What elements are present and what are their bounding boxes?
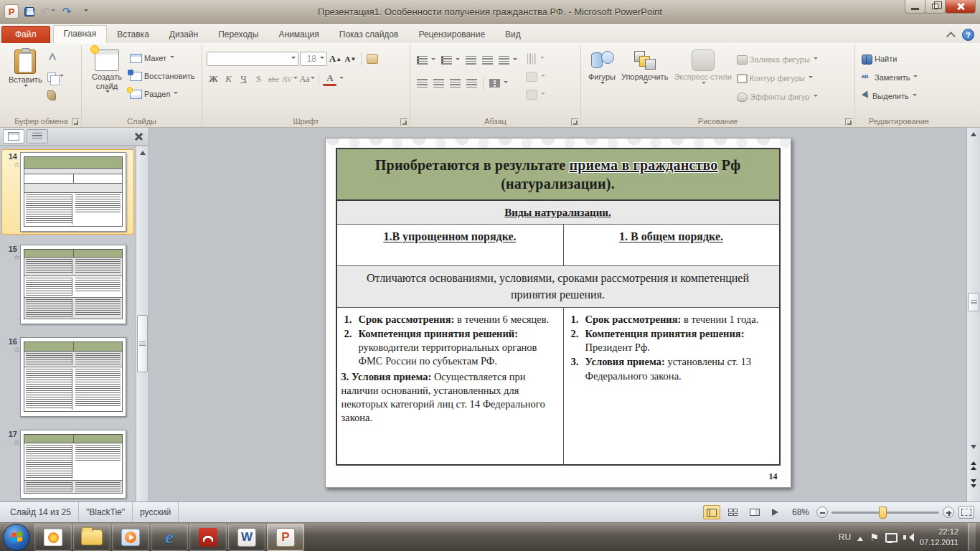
language-indicator[interactable]: русский bbox=[133, 502, 179, 522]
taskbar-adobe-reader-button[interactable] bbox=[189, 524, 227, 551]
find-button[interactable]: Найти bbox=[859, 51, 938, 67]
clipboard-dialog-launcher-icon[interactable] bbox=[72, 118, 79, 126]
tab-animations[interactable]: Анимация bbox=[268, 27, 329, 43]
tab-transitions[interactable]: Переходы bbox=[208, 27, 268, 43]
format-painter-button[interactable] bbox=[45, 88, 66, 103]
restore-button[interactable] bbox=[925, 0, 946, 14]
paragraph-dialog-launcher-icon[interactable] bbox=[571, 118, 578, 126]
close-panel-button[interactable] bbox=[131, 129, 146, 143]
text-shadow-button[interactable]: S bbox=[252, 72, 265, 86]
slide-sorter-view-button[interactable] bbox=[725, 505, 742, 519]
minimize-ribbon-button[interactable] bbox=[945, 30, 956, 40]
shape-outline-button[interactable]: Контур фигуры bbox=[735, 70, 820, 86]
fit-slide-to-window-button[interactable] bbox=[958, 506, 974, 519]
help-button[interactable]: ? bbox=[962, 29, 974, 41]
next-slide-button[interactable] bbox=[968, 478, 979, 490]
zoom-in-button[interactable] bbox=[943, 507, 954, 518]
volume-icon[interactable] bbox=[903, 533, 913, 542]
middle-row[interactable]: Отличаются основаниями, условиями, срока… bbox=[337, 266, 779, 308]
panel-scroll-up-button[interactable] bbox=[137, 146, 148, 159]
align-right-button[interactable] bbox=[448, 75, 463, 91]
taskbar-word-button[interactable]: W bbox=[228, 524, 265, 551]
arrange-button[interactable]: Упорядочить bbox=[618, 47, 671, 105]
network-icon[interactable] bbox=[885, 533, 897, 542]
columns-button[interactable] bbox=[487, 75, 510, 91]
slide-counter[interactable]: Слайд 14 из 25 bbox=[3, 502, 79, 522]
thumbnail-slide-16[interactable]: 16 ☆ bbox=[1, 334, 134, 420]
thumbnail-slide-14[interactable]: 14 ☆ bbox=[1, 149, 134, 235]
zoom-slider[interactable] bbox=[831, 512, 939, 514]
main-scrollbar[interactable] bbox=[966, 128, 980, 501]
zoom-out-button[interactable] bbox=[816, 507, 828, 518]
taskbar-powerpoint-button[interactable]: P bbox=[267, 524, 304, 551]
slideshow-view-button[interactable] bbox=[768, 505, 785, 519]
tab-design[interactable]: Дизайн bbox=[159, 27, 208, 43]
panel-scrollbar-thumb[interactable] bbox=[137, 315, 148, 372]
bold-button[interactable]: Ж bbox=[207, 72, 220, 86]
paste-button[interactable]: Вставить bbox=[6, 47, 45, 103]
strikethrough-button[interactable]: abc bbox=[267, 72, 281, 86]
tab-file[interactable]: Файл bbox=[1, 26, 50, 43]
section-button[interactable]: Раздел bbox=[128, 86, 197, 102]
slide[interactable]: Приобретаются в результате приема в граж… bbox=[325, 138, 791, 488]
language-switcher[interactable]: RU bbox=[839, 532, 851, 542]
taskbar-media-player-button[interactable] bbox=[112, 524, 149, 551]
zoom-level[interactable]: 68% bbox=[792, 507, 809, 517]
start-button[interactable] bbox=[3, 524, 30, 551]
tab-review[interactable]: Рецензирование bbox=[408, 27, 495, 43]
slide-table[interactable]: Приобретаются в результате приема в граж… bbox=[336, 148, 781, 466]
justify-button[interactable] bbox=[464, 75, 479, 91]
column1-header[interactable]: 1.В упрощенном порядке. bbox=[337, 225, 564, 265]
italic-button[interactable]: К bbox=[222, 72, 235, 86]
cut-button[interactable] bbox=[45, 50, 66, 66]
change-case-button[interactable]: Aa bbox=[299, 72, 315, 86]
character-spacing-button[interactable]: AV bbox=[282, 72, 298, 86]
scrollbar-thumb[interactable] bbox=[968, 293, 979, 311]
slide-canvas[interactable]: Приобретаются в результате приема в граж… bbox=[149, 128, 966, 501]
show-desktop-button[interactable] bbox=[968, 523, 976, 551]
align-left-button[interactable] bbox=[415, 75, 430, 91]
thumbnail-slide-15[interactable]: 15 ☆ bbox=[1, 242, 134, 327]
decrease-indent-button[interactable] bbox=[463, 52, 479, 68]
reading-view-button[interactable] bbox=[746, 505, 763, 519]
tab-view[interactable]: Вид bbox=[495, 27, 531, 43]
align-text-button[interactable] bbox=[524, 69, 547, 85]
tab-home[interactable]: Главная bbox=[53, 25, 108, 43]
column-headers-row[interactable]: 1.В упрощенном порядке. 1. В общем поряд… bbox=[337, 225, 779, 266]
line-spacing-button[interactable] bbox=[496, 52, 519, 68]
animation-star-icon[interactable]: ☆ bbox=[4, 346, 20, 354]
increase-indent-button[interactable] bbox=[480, 52, 495, 68]
font-name-combobox[interactable] bbox=[207, 52, 298, 66]
panel-scrollbar[interactable] bbox=[136, 146, 149, 501]
minimize-button[interactable] bbox=[905, 0, 925, 14]
font-dialog-launcher-icon[interactable] bbox=[400, 118, 407, 126]
shapes-button[interactable]: Фигуры bbox=[585, 47, 618, 105]
clock[interactable]: 22:12 07.12.2011 bbox=[920, 527, 958, 548]
font-size-combobox[interactable]: 18 bbox=[300, 52, 327, 66]
tab-slides-thumbnails[interactable] bbox=[3, 129, 24, 143]
underline-button[interactable]: Ч bbox=[237, 72, 250, 86]
animation-star-icon[interactable]: ☆ bbox=[4, 161, 20, 169]
tab-slideshow[interactable]: Показ слайдов bbox=[329, 27, 409, 43]
taskbar-photo-viewer-button[interactable] bbox=[34, 524, 72, 551]
taskbar-internet-explorer-button[interactable]: e bbox=[151, 524, 188, 551]
bullets-button[interactable] bbox=[415, 52, 438, 68]
scroll-down-button[interactable] bbox=[968, 441, 979, 453]
close-button[interactable] bbox=[945, 0, 976, 14]
action-center-flag-icon[interactable]: ⚑ bbox=[870, 532, 879, 543]
taskbar-explorer-button[interactable] bbox=[73, 524, 110, 551]
drawing-dialog-launcher-icon[interactable] bbox=[845, 118, 852, 126]
new-slide-button[interactable]: Создать слайд bbox=[86, 47, 128, 102]
right-column-cell[interactable]: 1. Срок рассмотрения: в течении 1 года. … bbox=[564, 308, 779, 464]
zoom-slider-thumb[interactable] bbox=[879, 507, 887, 519]
tab-insert[interactable]: Вставка bbox=[107, 27, 159, 43]
text-direction-button[interactable] bbox=[524, 51, 547, 67]
previous-slide-button[interactable] bbox=[968, 459, 979, 471]
numbering-button[interactable] bbox=[439, 52, 462, 68]
animation-star-icon[interactable]: ☆ bbox=[4, 438, 20, 446]
layout-button[interactable]: Макет bbox=[128, 50, 197, 66]
normal-view-button[interactable] bbox=[703, 505, 720, 519]
align-center-button[interactable] bbox=[431, 75, 446, 91]
show-hidden-icons-button[interactable] bbox=[857, 534, 863, 541]
replace-button[interactable]: abЗаменить bbox=[859, 70, 938, 85]
